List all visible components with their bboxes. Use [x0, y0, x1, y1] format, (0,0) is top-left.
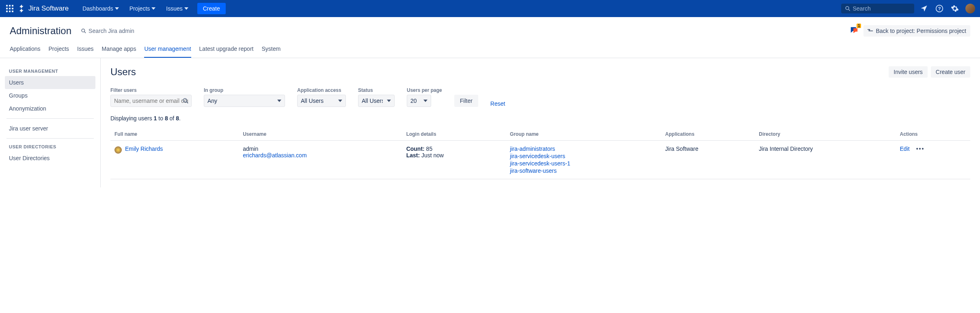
svg-line-16 — [186, 102, 188, 103]
users-per-page-label: Users per page — [407, 87, 442, 93]
col-group-name[interactable]: Group name — [506, 128, 661, 141]
svg-rect-8 — [12, 11, 13, 12]
tab-user-management[interactable]: User management — [144, 41, 191, 58]
svg-rect-4 — [9, 8, 11, 9]
app-switcher-icon[interactable] — [5, 4, 15, 13]
svg-point-15 — [183, 98, 187, 102]
sidebar-item-user-directories[interactable]: User Directories — [5, 152, 95, 165]
tab-applications[interactable]: Applications — [10, 41, 41, 58]
page-header: Users Invite users Create user — [110, 66, 970, 78]
svg-rect-1 — [9, 5, 11, 7]
svg-line-14 — [84, 32, 86, 33]
nav-dashboards[interactable]: Dashboards — [78, 3, 123, 14]
feedback-icon[interactable]: 1 — [850, 26, 859, 36]
global-search-input[interactable] — [853, 5, 910, 12]
filter-users-label: Filter users — [110, 87, 192, 93]
invite-users-button[interactable]: Invite users — [889, 66, 928, 78]
settings-icon[interactable] — [950, 4, 960, 13]
tab-issues[interactable]: Issues — [77, 41, 93, 58]
sidebar-divider — [6, 138, 94, 139]
application-access-select[interactable]: All Users — [297, 95, 346, 107]
nav-items: Dashboards Projects Issues Create — [78, 3, 226, 14]
sidebar-divider — [6, 118, 94, 119]
applications-text: Jira Software — [661, 141, 755, 179]
search-icon — [183, 98, 188, 104]
top-nav: Jira Software Dashboards Projects Issues… — [0, 0, 980, 17]
global-search[interactable] — [841, 4, 914, 13]
nav-projects[interactable]: Projects — [125, 3, 160, 14]
more-actions-icon[interactable]: ••• — [916, 146, 925, 152]
svg-point-9 — [846, 7, 849, 10]
admin-search[interactable]: Search Jira admin — [81, 28, 134, 34]
svg-rect-2 — [12, 5, 13, 7]
admin-tabs: Applications Projects Issues Manage apps… — [0, 41, 980, 58]
col-directory[interactable]: Directory — [755, 128, 896, 141]
reset-link[interactable]: Reset — [490, 100, 505, 107]
col-full-name[interactable]: Full name — [110, 128, 239, 141]
admin-header: Administration Search Jira admin 1 Back … — [0, 17, 980, 41]
sidebar-item-groups[interactable]: Groups — [5, 89, 95, 102]
product-name: Jira Software — [28, 4, 69, 13]
chevron-down-icon — [151, 7, 155, 10]
col-applications[interactable]: Applications — [661, 128, 755, 141]
create-button[interactable]: Create — [197, 3, 226, 14]
svg-rect-5 — [12, 8, 13, 9]
nav-issues[interactable]: Issues — [162, 3, 192, 14]
sidebar-item-users[interactable]: Users — [5, 76, 95, 89]
filter-users-input[interactable] — [110, 95, 192, 107]
svg-line-10 — [848, 9, 850, 11]
svg-point-13 — [82, 29, 85, 32]
users-per-page-select[interactable]: 20 — [407, 95, 431, 107]
create-user-button[interactable]: Create user — [931, 66, 970, 78]
group-link[interactable]: jira-servicedesk-users — [510, 153, 657, 159]
directory-text: Jira Internal Directory — [755, 141, 896, 179]
application-access-label: Application access — [297, 87, 346, 93]
displaying-text: Displaying users 1 to 8 of 8. — [110, 115, 970, 122]
filters-row: Filter users In group Any Application ac… — [110, 87, 970, 107]
svg-rect-7 — [9, 11, 11, 12]
col-actions[interactable]: Actions — [896, 128, 970, 141]
status-select[interactable]: All Users — [358, 95, 395, 107]
tab-system[interactable]: System — [261, 41, 281, 58]
admin-title: Administration — [10, 25, 71, 37]
chevron-down-icon — [115, 7, 119, 10]
user-avatar[interactable] — [965, 4, 975, 13]
back-to-project-link[interactable]: Back to project: Permissions project — [863, 25, 970, 37]
back-arrow-icon — [868, 28, 873, 33]
table-row: Emily Richards admin erichards@atlassian… — [110, 141, 970, 179]
svg-rect-3 — [6, 8, 8, 9]
group-link[interactable]: jira-administrators — [510, 146, 657, 152]
svg-rect-0 — [6, 5, 8, 7]
status-label: Status — [358, 87, 395, 93]
edit-link[interactable]: Edit — [900, 146, 910, 152]
page-title: Users — [110, 66, 136, 78]
nav-icons: ? — [919, 4, 975, 13]
user-row-avatar — [114, 146, 122, 154]
content: Users Invite users Create user Filter us… — [101, 58, 980, 187]
in-group-label: In group — [204, 87, 285, 93]
sidebar-item-anonymization[interactable]: Anonymization — [5, 102, 95, 115]
tab-latest-upgrade-report[interactable]: Latest upgrade report — [199, 41, 254, 58]
filter-button[interactable]: Filter — [454, 95, 478, 107]
tab-projects[interactable]: Projects — [49, 41, 69, 58]
product-logo[interactable]: Jira Software — [18, 4, 69, 13]
svg-rect-6 — [6, 11, 8, 12]
username-text: admin — [243, 146, 398, 152]
tab-manage-apps[interactable]: Manage apps — [102, 41, 136, 58]
feedback-count: 1 — [857, 24, 861, 28]
search-icon — [81, 28, 86, 33]
group-link[interactable]: jira-servicedesk-users-1 — [510, 160, 657, 167]
help-icon[interactable]: ? — [935, 4, 944, 13]
group-link[interactable]: jira-software-users — [510, 167, 657, 174]
col-username[interactable]: Username — [239, 128, 402, 141]
notifications-icon[interactable] — [919, 4, 929, 13]
sidebar: USER MANAGEMENT Users Groups Anonymizati… — [0, 58, 101, 187]
user-email-link[interactable]: erichards@atlassian.com — [243, 152, 398, 159]
in-group-select[interactable]: Any — [204, 95, 285, 107]
sidebar-group-user-management: USER MANAGEMENT — [5, 66, 95, 76]
chevron-down-icon — [184, 7, 188, 10]
sidebar-item-jira-user-server[interactable]: Jira user server — [5, 122, 95, 135]
users-table: Full name Username Login details Group n… — [110, 128, 970, 179]
col-login-details[interactable]: Login details — [402, 128, 506, 141]
user-fullname-link[interactable]: Emily Richards — [125, 146, 163, 152]
